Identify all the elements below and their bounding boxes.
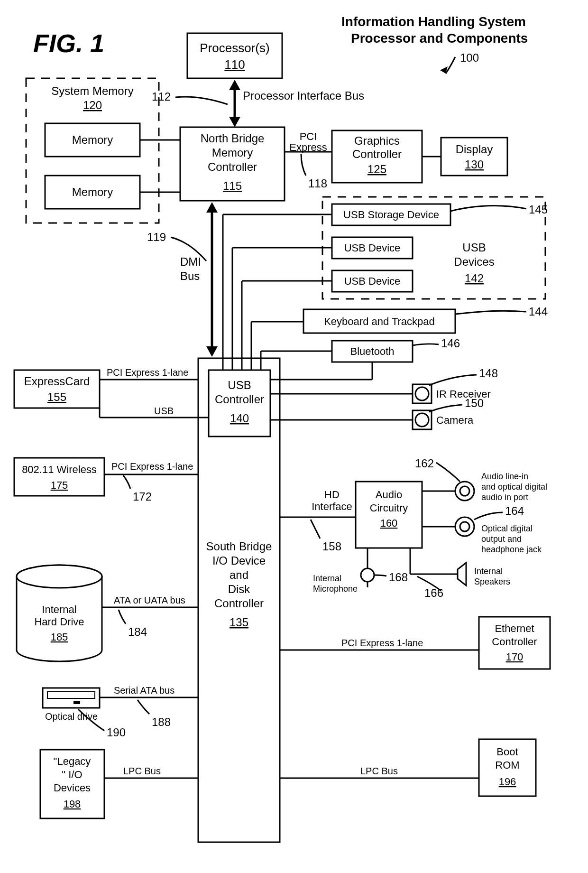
ethernet-block: PCI Express 1-lane Ethernet Controller 1… [280,617,550,669]
svg-text:125: 125 [368,163,386,176]
svg-text:Bluetooth: Bluetooth [350,345,395,357]
svg-text:Serial ATA bus: Serial ATA bus [114,685,175,696]
svg-text:100: 100 [460,51,479,64]
hdd-block: Internal Hard Drive 185 ATA or UATA bus … [17,565,198,661]
svg-text:168: 168 [389,571,408,584]
svg-text:USB Storage Device: USB Storage Device [343,209,439,221]
svg-text:Audio line-in: Audio line-in [481,472,528,481]
svg-text:185: 185 [51,631,68,643]
pci-express-link: PCI Express 118 [285,130,332,190]
svg-point-114 [460,486,469,496]
svg-text:148: 148 [479,367,498,380]
internal-mic: Internal Microphone 168 [313,548,408,594]
svg-marker-36 [206,346,218,357]
svg-text:Devices: Devices [54,782,91,794]
svg-text:Circuitry: Circuitry [370,502,408,514]
svg-text:140: 140 [230,412,249,425]
svg-text:PCI: PCI [300,130,317,142]
svg-text:196: 196 [499,776,516,788]
usb-devices-group: USB Storage Device USB Device USB Device… [322,197,548,299]
svg-rect-153 [74,701,80,704]
svg-text:146: 146 [441,337,460,350]
svg-text:ATA or UATA bus: ATA or UATA bus [114,595,185,605]
svg-text:and: and [230,568,248,581]
memory-2-label: Memory [72,186,113,198]
svg-text:Graphics: Graphics [354,134,400,147]
audio-block: HD Interface 158 Audio Circuitry 160 [280,482,422,553]
page-title-l1: Information Handling System [341,14,526,29]
svg-text:"Legacy: "Legacy [54,755,91,767]
svg-text:HD: HD [324,489,340,501]
svg-rect-152 [47,692,95,698]
bootrom-block: LPC Bus Boot ROM 196 [280,739,536,796]
svg-text:ROM: ROM [495,759,519,771]
keyboard-block: Keyboard and Trackpad 144 [303,305,548,333]
svg-text:155: 155 [47,390,66,403]
svg-text:162: 162 [415,457,434,470]
svg-text:142: 142 [465,272,484,285]
svg-text:164: 164 [505,504,524,517]
svg-text:I/O Device: I/O Device [212,554,266,567]
processor-bus-arrow: Processor Interface Bus 112 [152,80,364,127]
svg-text:USB: USB [154,406,174,416]
svg-text:Optical digital: Optical digital [481,524,533,533]
svg-text:Devices: Devices [454,255,494,268]
svg-text:PCI Express 1-lane: PCI Express 1-lane [341,638,423,648]
svg-text:Internal: Internal [313,574,341,583]
svg-text:166: 166 [424,586,443,599]
svg-text:LPC Bus: LPC Bus [123,766,161,776]
graphics-block: Graphics Controller 125 [332,130,441,183]
wireless-block: 802.11 Wireless 175 PCI Express 1-lane 1… [14,458,198,503]
figure-label: FIG. 1 [33,29,104,57]
svg-text:DMI: DMI [180,255,201,268]
svg-text:Ethernet: Ethernet [495,622,534,634]
svg-text:Bus: Bus [180,269,200,282]
svg-text:Microphone: Microphone [313,584,358,594]
svg-point-144 [17,565,102,588]
svg-point-121 [460,522,469,531]
audio-optical-out: Optical digital output and headphone jac… [422,504,542,554]
ref-100: 100 [440,51,479,74]
svg-text:Processor Interface Bus: Processor Interface Bus [243,89,364,102]
svg-text:Memory: Memory [212,146,253,159]
svg-text:Processor(s): Processor(s) [200,41,269,55]
svg-text:Internal: Internal [474,567,503,576]
ir-receiver: IR Receiver 148 [270,367,498,403]
svg-text:Interface: Interface [312,501,352,512]
svg-text:Boot: Boot [496,746,518,758]
svg-point-82 [415,387,429,400]
svg-text:Controller: Controller [214,597,264,610]
svg-text:Hard Drive: Hard Drive [34,616,84,628]
svg-text:" I/O: " I/O [62,769,82,780]
svg-text:Audio: Audio [376,489,402,501]
svg-text:Disk: Disk [228,583,251,595]
svg-text:headphone jack: headphone jack [481,545,542,554]
svg-text:Controller: Controller [492,636,537,648]
svg-point-87 [415,413,429,427]
svg-point-127 [361,568,374,582]
svg-text:802.11 Wireless: 802.11 Wireless [22,464,97,475]
svg-text:Camera: Camera [436,414,474,426]
diagram-canvas: FIG. 1 Information Handling System Proce… [0,0,588,873]
memory-1-label: Memory [72,133,113,146]
page-title-l2: Processor and Components [351,31,528,46]
svg-text:145: 145 [529,203,548,216]
svg-text:South Bridge: South Bridge [206,540,272,553]
svg-text:175: 175 [51,479,68,491]
svg-text:System Memory: System Memory [51,84,133,97]
svg-text:output and: output and [481,534,522,544]
svg-text:USB Device: USB Device [344,242,401,254]
svg-text:160: 160 [380,517,398,529]
northbridge-block: North Bridge Memory Controller 115 [180,127,285,201]
svg-text:PCI Express 1-lane: PCI Express 1-lane [107,367,188,378]
svg-text:Controller: Controller [208,160,257,173]
svg-marker-7 [229,117,240,127]
svg-text:USB Device: USB Device [344,275,401,287]
svg-text:119: 119 [147,231,166,243]
svg-text:150: 150 [465,397,484,409]
camera: Camera 150 [270,397,484,429]
svg-text:112: 112 [152,90,171,103]
svg-text:115: 115 [223,179,242,192]
svg-text:110: 110 [224,57,245,72]
svg-text:135: 135 [230,616,248,629]
